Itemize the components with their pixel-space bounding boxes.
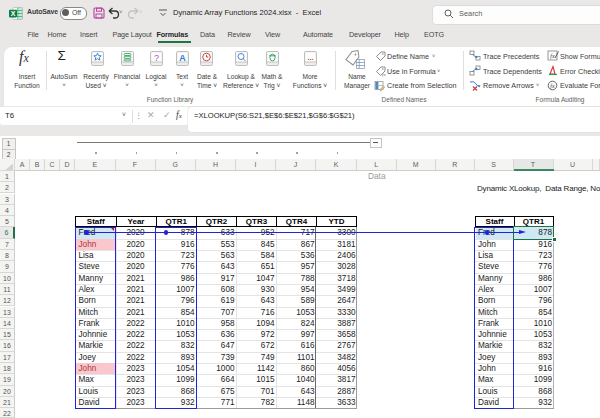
- svg-text:...: ...: [308, 53, 314, 60]
- svg-text:fx: fx: [382, 72, 386, 77]
- svg-text:fx: fx: [550, 83, 555, 89]
- svg-text:fx: fx: [550, 53, 555, 59]
- svg-text:?: ?: [154, 52, 159, 62]
- svg-text:X: X: [11, 10, 16, 17]
- svg-text:A: A: [179, 52, 186, 62]
